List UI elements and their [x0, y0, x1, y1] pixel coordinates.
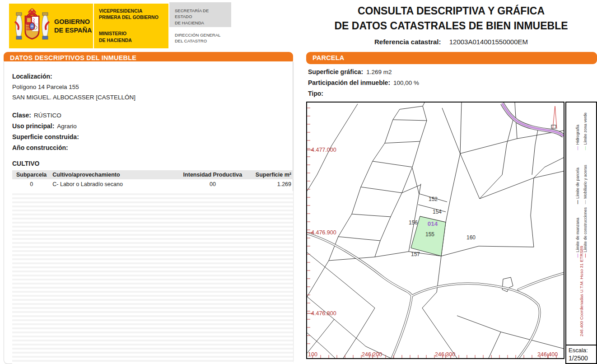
clase-label: Clase:: [12, 112, 31, 119]
legend-swatch-hidrografia: —: [575, 145, 580, 150]
col-cultivo: Cultivo/aprovechamiento: [51, 170, 173, 179]
ano-construccion-label: Año construcción:: [12, 144, 68, 151]
clase-value: RÚSTICO: [34, 112, 61, 119]
section-header-parcela: PARCELA: [306, 52, 597, 64]
uso-value: Agrario: [57, 123, 77, 130]
cadastral-document: GOBIERNO DE ESPAÑA VICEPRESIDENCIA PRIME…: [0, 0, 597, 364]
referencia-value: 12003A014001550000EM: [449, 38, 528, 46]
datos-descriptivos-card: Localización: Polígono 14 Parcela 155 SA…: [4, 61, 293, 364]
coord-y-1: 4.477.000: [311, 147, 336, 153]
cell-intensidad: 00: [173, 179, 252, 189]
legend-item-zona-verde: —Límite zona verde: [583, 112, 588, 150]
superficie-grafica-label: Superficie gráfica:: [308, 68, 363, 75]
document-title: CONSULTA DESCRIPTIVA Y GRÁFICA DE DATOS …: [310, 4, 592, 46]
polygon-label-014: 014: [428, 220, 438, 227]
scale-value: 1/2500: [569, 355, 594, 363]
spain-coat-of-arms-icon: [14, 6, 51, 46]
cultivo-table: Subparcela Cultivo/aprovechamiento Inten…: [12, 170, 293, 189]
col-intensidad: Intensidad Productiva: [173, 170, 252, 179]
gobierno-title: GOBIERNO DE ESPAÑA: [54, 18, 92, 35]
referencia-label: Referencia catastral:: [374, 38, 441, 46]
coord-x-2: 246.300: [435, 351, 455, 358]
localizacion-line1: Polígono 14 Parcela 155: [12, 82, 287, 93]
left-axis-ticks: [307, 108, 310, 344]
map-canvas: 4.477.000 4.476.900 4.476.800 100 246.20…: [307, 103, 564, 358]
col-superficie: Superficie m²: [252, 170, 293, 179]
hydrography-line: [502, 103, 564, 136]
legend-swatch-mobiliario: —: [583, 199, 588, 204]
cell-superficie: 1.269: [252, 179, 293, 189]
parcel-label-156: 156: [409, 219, 418, 226]
cultivo-table-header-row: Subparcela Cultivo/aprovechamiento Inten…: [12, 170, 293, 179]
col-subparcela: Subparcela: [12, 170, 51, 179]
direccion-catastro-text: DIRECCIÓN GENERAL DEL CATASTRO: [175, 32, 220, 44]
coord-x-0: 100: [308, 351, 317, 358]
map-legend-column: —Hidrografía —Límite zona verde —Límite …: [565, 102, 597, 364]
secretaria-block: SECRETARÍA DE ESTADO DE HACIENDA: [169, 2, 231, 27]
vicepresidencia-text: VICEPRESIDENCIA PRIMERA DEL GOBIERNO: [99, 8, 163, 20]
legend-item-limite-parcela: —Límite de parcela: [575, 168, 580, 204]
scale-box: Escala: 1/2500: [566, 345, 596, 363]
legend-item-hidrografia: —Hidrografía: [575, 125, 580, 150]
title-line1: CONSULTA DESCRIPTIVA Y GRÁFICA: [310, 4, 592, 19]
referencia-catastral: Referencia catastral: 12003A014001550000…: [310, 38, 592, 46]
ministerio-block: VICEPRESIDENCIA PRIMERA DEL GOBIERNO MIN…: [94, 4, 168, 48]
cultivo-title: CULTIVO: [12, 160, 287, 167]
participacion-value: 100,00 %: [393, 79, 419, 86]
scale-label: Escala:: [569, 347, 594, 354]
construction-feature: [551, 106, 557, 129]
cell-cultivo: C- Labor o Labradío secano: [51, 179, 173, 189]
legend-swatch-zona-verde: —: [583, 145, 588, 150]
utm-reference-text: 246.400 Coordenadas U.T.M. Huso 31 ETRS8…: [579, 261, 584, 336]
title-line2: DE DATOS CATASTRALES DE BIEN INMUEBLE: [310, 19, 592, 33]
superficie-grafica-value: 1.269 m2: [366, 69, 392, 75]
parcela-info: Superficie gráfica:1.269 m2 Participació…: [308, 67, 419, 99]
cell-subparcela: 0: [12, 179, 51, 189]
empty-table-rows: [12, 191, 293, 364]
legend-swatch-limite-parcela: —: [575, 199, 580, 204]
parcel-label-154: 154: [433, 209, 442, 215]
coord-x-3: 246.400: [537, 351, 558, 358]
localizacion-line2: SAN MIGUEL. ALBOCASSER [CASTELLÓN]: [12, 93, 287, 103]
coord-x-1: 246.200: [362, 351, 382, 358]
superficie-construida-label: Superficie construida:: [12, 133, 79, 140]
legend-item-mobiliario: —Mobiliario y aceras: [583, 165, 588, 204]
table-row: 0 C- Labor o Labradío secano 00 1.269: [12, 179, 293, 189]
ministerio-text: MINISTERIO DE HACIENDA: [99, 30, 163, 43]
uso-label: Uso principal:: [12, 122, 54, 130]
participacion-label: Participación del inmueble:: [308, 79, 390, 86]
parcel-label-152: 152: [429, 196, 438, 202]
parcel-label-155: 155: [425, 231, 434, 238]
coord-y-3: 4.476.800: [311, 310, 336, 317]
parcel-label-157: 157: [411, 251, 420, 257]
tipo-label: Tipo:: [308, 90, 323, 97]
cadastral-map: 4.477.000 4.476.900 4.476.800 100 246.20…: [306, 102, 564, 359]
parcel-label-160: 160: [466, 234, 476, 241]
localizacion-label: Localización:: [12, 73, 52, 80]
gobierno-logo-block: GOBIERNO DE ESPAÑA: [9, 4, 93, 48]
coord-y-2: 4.476.900: [311, 229, 336, 236]
